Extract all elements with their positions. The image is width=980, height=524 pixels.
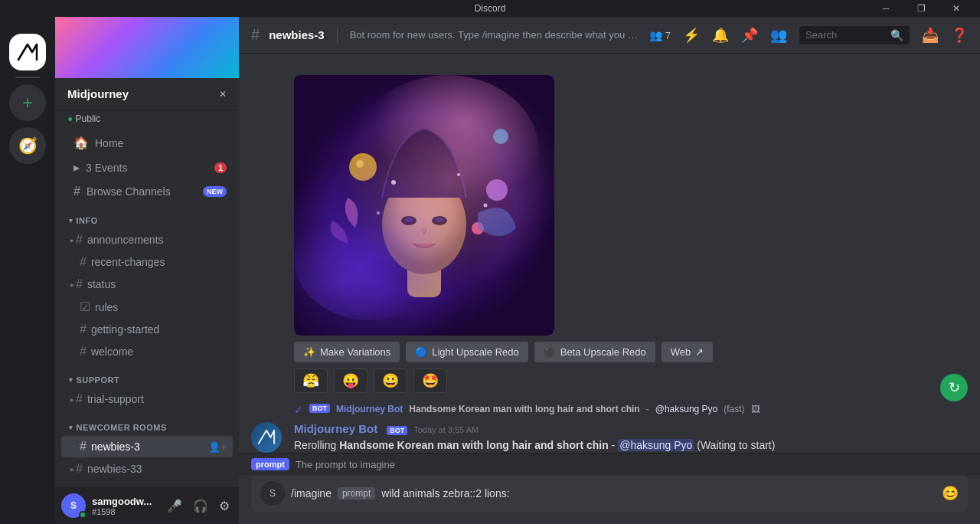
message-group-image: ✨ Make Variations 🔵 Light Upscale Redo ⚫… [239, 66, 980, 399]
sidebar-item-events[interactable]: ▸ 3 Events 1 [61, 156, 233, 179]
channel-hash-icon: # [76, 277, 83, 291]
minimize-button[interactable]: ─ [868, 0, 903, 17]
events-badge: 1 [214, 162, 227, 173]
channel-label: announcements [87, 234, 227, 246]
checkmark-icon: ✓ [294, 404, 303, 416]
footer-icons: 🎤 🎧 ⚙ [164, 496, 233, 516]
sidebar-item-browse[interactable]: # Browse Channels NEW [61, 180, 233, 203]
browse-label: Browse Channels [87, 185, 200, 198]
inbox-icon[interactable]: 📥 [922, 27, 939, 44]
refresh-button[interactable]: ↻ [940, 374, 968, 401]
message-input[interactable] [381, 487, 936, 499]
channel-label: rules [95, 301, 227, 313]
settings-icon[interactable]: ⚙ [216, 496, 233, 516]
sidebar-nav: 🏠 Home ▸ 3 Events 1 # Browse Channels NE… [55, 124, 239, 487]
prompt-label: prompt [251, 458, 289, 470]
user-name: samgoodw... [92, 496, 158, 507]
message-avatar-space [251, 69, 282, 396]
sidebar-footer: S samgoodw... #1598 🎤 🎧 ⚙ [55, 487, 239, 524]
channel-announcements[interactable]: ▸ # announcements [61, 229, 233, 251]
search-bar[interactable]: 🔍 [799, 26, 910, 44]
generated-image [294, 75, 554, 336]
channel-hash-icon: # [76, 462, 83, 476]
chevron-newcomer-icon: ▾ [69, 424, 74, 431]
variations-icon: ✨ [303, 346, 315, 358]
channel-hash-icon: # [80, 323, 87, 336]
section-info[interactable]: ▾ INFO [55, 204, 239, 228]
channel-check-icon: ☑ [80, 300, 90, 314]
message-header-rerolling: Midjourney Bot BOT Today at 3:55 AM [294, 422, 968, 435]
reaction-grin[interactable]: 😀 [374, 368, 407, 393]
ref-author: Midjourney Bot [336, 404, 403, 414]
people-icon[interactable]: 👥 [770, 27, 787, 44]
sidebar-item-home[interactable]: 🏠 Home [61, 131, 233, 155]
channel-label: trial-support [87, 393, 227, 405]
text-suffix: - [609, 439, 618, 451]
channel-header-hash-icon: # [251, 26, 260, 44]
light-upscale-redo-button[interactable]: 🔵 Light Upscale Redo [406, 342, 528, 362]
channel-label: status [87, 278, 227, 290]
pin-icon[interactable]: 📌 [741, 27, 758, 44]
light-upscale-label: Light Upscale Redo [432, 346, 518, 358]
channel-getting-started[interactable]: # getting-started [61, 319, 233, 340]
ref-dash: - [646, 404, 649, 414]
header-icons: 👥 7 ⚡ 🔔 📌 👥 🔍 📥 ❓ [649, 26, 968, 44]
messages-area: ✨ Make Variations 🔵 Light Upscale Redo ⚫… [239, 54, 980, 453]
channel-hash-icon: # [76, 392, 83, 406]
channel-trial-support[interactable]: ▸ # trial-support [61, 388, 233, 410]
emoji-picker-icon[interactable]: 😊 [942, 485, 959, 502]
add-member-icon[interactable]: 👤+ [208, 441, 227, 453]
section-newcomer-rooms[interactable]: ▾ NEWCOMER ROOMS [55, 411, 239, 435]
prompt-bar: prompt The prompt to imagine [239, 453, 980, 475]
message-content-rerolling: Midjourney Bot BOT Today at 3:55 AM Rero… [294, 422, 968, 453]
search-input[interactable] [805, 29, 886, 41]
close-button[interactable]: ✕ [939, 0, 974, 17]
beta-upscale-redo-button[interactable]: ⚫ Beta Upscale Redo [534, 342, 655, 362]
make-variations-button[interactable]: ✨ Make Variations [294, 342, 400, 362]
browse-badge: NEW [203, 186, 227, 197]
members-icon[interactable]: 👥 7 [649, 29, 671, 41]
headphones-icon[interactable]: 🎧 [190, 496, 211, 516]
server-header[interactable]: Midjourney ✕ [55, 78, 239, 110]
user-info: samgoodw... #1598 [92, 496, 158, 516]
bolt-icon[interactable]: ⚡ [683, 27, 700, 44]
light-upscale-icon: 🔵 [415, 346, 427, 358]
beta-upscale-icon: ⚫ [544, 346, 556, 358]
bell-icon[interactable]: 🔔 [712, 27, 729, 44]
search-icon: 🔍 [890, 29, 903, 41]
ref-bold-text: Handsome Korean man with long hair and s… [409, 404, 639, 414]
reaction-star[interactable]: 🤩 [413, 368, 447, 393]
message-group-rerolling: Midjourney Bot BOT Today at 3:55 AM Rero… [239, 419, 980, 453]
server-list: + 🧭 [0, 0, 55, 524]
events-label: 3 Events [86, 162, 211, 174]
server-add-button[interactable]: + [9, 84, 46, 121]
input-tag: prompt [338, 487, 375, 499]
channel-label: newbies-33 [87, 463, 227, 475]
reaction-angry[interactable]: 😤 [294, 368, 328, 393]
message-author-bot: Midjourney Bot [294, 422, 377, 435]
channel-hash-icon: # [80, 255, 87, 269]
channel-label: welcome [91, 346, 227, 358]
reaction-tongue[interactable]: 😛 [334, 368, 368, 393]
web-button[interactable]: Web ↗ [662, 342, 714, 362]
section-support[interactable]: ▾ SUPPORT [55, 363, 239, 388]
server-discover-button[interactable]: 🧭 [9, 127, 46, 164]
channel-status[interactable]: ▸ # status [61, 273, 233, 295]
channel-recent-changes[interactable]: # recent-changes [61, 251, 233, 273]
ref-speed: (fast) [724, 404, 744, 414]
bold-text: Handsome Korean man with long hair and s… [339, 439, 609, 451]
channel-newbies-3[interactable]: # newbies-3 👤+ [61, 436, 233, 457]
expand-icon: ▸ [70, 395, 74, 404]
maximize-button[interactable]: ❐ [903, 0, 939, 17]
home-icon: 🏠 [74, 136, 89, 150]
status-text: (Waiting to start) [697, 439, 775, 451]
sidebar: Midjourney ✕ ● Public 🏠 Home ▸ 3 Events … [55, 17, 239, 524]
server-icon-midjourney[interactable] [9, 34, 46, 70]
channel-welcome[interactable]: # welcome [61, 341, 233, 362]
channel-rules[interactable]: ☑ rules [61, 296, 233, 318]
user-tag: #1598 [92, 507, 158, 516]
microphone-icon[interactable]: 🎤 [164, 496, 185, 516]
help-icon[interactable]: ❓ [951, 27, 968, 44]
emoji-reactions: 😤 😛 😀 🤩 [294, 368, 713, 393]
channel-newbies-33[interactable]: ▸ # newbies-33 [61, 458, 233, 480]
